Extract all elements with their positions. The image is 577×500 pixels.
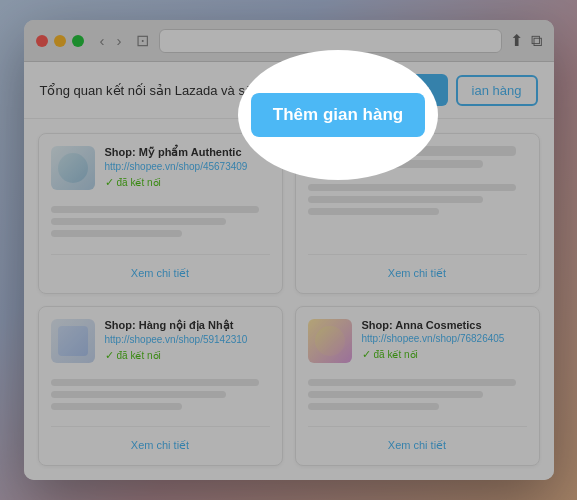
content-line-3b bbox=[51, 391, 226, 398]
avatar-img-3 bbox=[58, 326, 88, 356]
status-label-4: đã kết nối bbox=[374, 349, 418, 360]
status-check-icon-4: ✓ bbox=[362, 348, 371, 361]
shop-header-4: Shop: Anna Cosmetics http://shopee.vn/sh… bbox=[308, 319, 527, 363]
add-shop-button-outline[interactable]: ian hàng bbox=[456, 75, 538, 106]
view-detail-button-3[interactable]: Xem chi tiết bbox=[131, 439, 189, 452]
shop-header-1: Shop: Mỹ phẩm Authentic http://shopee.vn… bbox=[51, 146, 270, 190]
shop-avatar-3 bbox=[51, 319, 95, 363]
view-detail-button-2[interactable]: Xem chi tiết bbox=[388, 267, 446, 280]
shop-info-3: Shop: Hàng nội địa Nhật http://shopee.vn… bbox=[105, 319, 270, 362]
shop-status-3: ✓ đã kết nối bbox=[105, 349, 270, 362]
traffic-light-close[interactable] bbox=[36, 35, 48, 47]
view-detail-button-1[interactable]: Xem chi tiết bbox=[131, 267, 189, 280]
avatar-img-4 bbox=[315, 326, 345, 356]
shop-avatar-4 bbox=[308, 319, 352, 363]
shop-card-2: Xem chi tiết bbox=[295, 133, 540, 294]
content-line-4a bbox=[308, 379, 516, 386]
card-footer-1: Xem chi tiết bbox=[51, 254, 270, 281]
content-line-3a bbox=[51, 379, 259, 386]
shop-info-4: Shop: Anna Cosmetics http://shopee.vn/sh… bbox=[362, 319, 527, 361]
sidebar-toggle-button[interactable]: ⊡ bbox=[134, 29, 151, 52]
content-line-1b bbox=[51, 218, 226, 225]
content-line-2b bbox=[308, 196, 483, 203]
traffic-light-minimize[interactable] bbox=[54, 35, 66, 47]
traffic-lights bbox=[36, 35, 84, 47]
new-tab-button[interactable]: ⧉ bbox=[531, 32, 542, 50]
content-lines-1 bbox=[51, 206, 270, 246]
status-check-icon-1: ✓ bbox=[105, 176, 114, 189]
content-line-4c bbox=[308, 403, 439, 410]
shop-card-3: Shop: Hàng nội địa Nhật http://shopee.vn… bbox=[38, 306, 283, 467]
shop-url-3[interactable]: http://shopee.vn/shop/59142310 bbox=[105, 334, 270, 345]
content-line-4b bbox=[308, 391, 483, 398]
card-footer-3: Xem chi tiết bbox=[51, 426, 270, 453]
browser-window: ‹ › ⊡ ⬆ ⧉ Tổng quan kết nối sản Lazada v… bbox=[24, 20, 554, 480]
content-line-1c bbox=[51, 230, 182, 237]
shop-name-4: Shop: Anna Cosmetics bbox=[362, 319, 527, 331]
empty-line-2a bbox=[308, 146, 516, 156]
view-detail-button-4[interactable]: Xem chi tiết bbox=[388, 439, 446, 452]
traffic-light-fullscreen[interactable] bbox=[72, 35, 84, 47]
spotlight-add-shop-button[interactable]: Thêm gian hàng bbox=[251, 93, 425, 137]
content-line-2c bbox=[308, 208, 439, 215]
shop-name-1: Shop: Mỹ phẩm Authentic bbox=[105, 146, 270, 159]
shop-card-4: Shop: Anna Cosmetics http://shopee.vn/sh… bbox=[295, 306, 540, 467]
status-check-icon-3: ✓ bbox=[105, 349, 114, 362]
share-button[interactable]: ⬆ bbox=[510, 31, 523, 50]
shop-avatar-1 bbox=[51, 146, 95, 190]
nav-buttons: ‹ › bbox=[96, 31, 126, 50]
content-lines-4 bbox=[308, 379, 527, 419]
shop-status-1: ✓ đã kết nối bbox=[105, 176, 270, 189]
shop-header-3: Shop: Hàng nội địa Nhật http://shopee.vn… bbox=[51, 319, 270, 363]
status-label-1: đã kết nối bbox=[117, 177, 161, 188]
shop-header-2 bbox=[308, 146, 527, 168]
content-lines-2 bbox=[308, 184, 527, 246]
nav-forward-button[interactable]: › bbox=[113, 31, 126, 50]
avatar-img-1 bbox=[58, 153, 88, 183]
shop-url-1[interactable]: http://shopee.vn/shop/45673409 bbox=[105, 161, 270, 172]
content-line-2a bbox=[308, 184, 516, 191]
status-label-3: đã kết nối bbox=[117, 350, 161, 361]
shop-name-3: Shop: Hàng nội địa Nhật bbox=[105, 319, 270, 332]
content-line-1a bbox=[51, 206, 259, 213]
browser-actions: ⬆ ⧉ bbox=[510, 31, 542, 50]
shop-url-4[interactable]: http://shopee.vn/shop/76826405 bbox=[362, 333, 527, 344]
card-footer-2: Xem chi tiết bbox=[308, 254, 527, 281]
nav-back-button[interactable]: ‹ bbox=[96, 31, 109, 50]
shop-status-4: ✓ đã kết nối bbox=[362, 348, 527, 361]
shop-info-2 bbox=[308, 146, 527, 168]
shop-card-1: Shop: Mỹ phẩm Authentic http://shopee.vn… bbox=[38, 133, 283, 294]
shop-info-1: Shop: Mỹ phẩm Authentic http://shopee.vn… bbox=[105, 146, 270, 189]
shops-grid: Shop: Mỹ phẩm Authentic http://shopee.vn… bbox=[24, 119, 554, 480]
address-bar[interactable] bbox=[159, 29, 502, 53]
card-footer-4: Xem chi tiết bbox=[308, 426, 527, 453]
content-lines-3 bbox=[51, 379, 270, 419]
content-line-3c bbox=[51, 403, 182, 410]
empty-line-2b bbox=[308, 160, 483, 168]
browser-chrome: ‹ › ⊡ ⬆ ⧉ bbox=[24, 20, 554, 62]
